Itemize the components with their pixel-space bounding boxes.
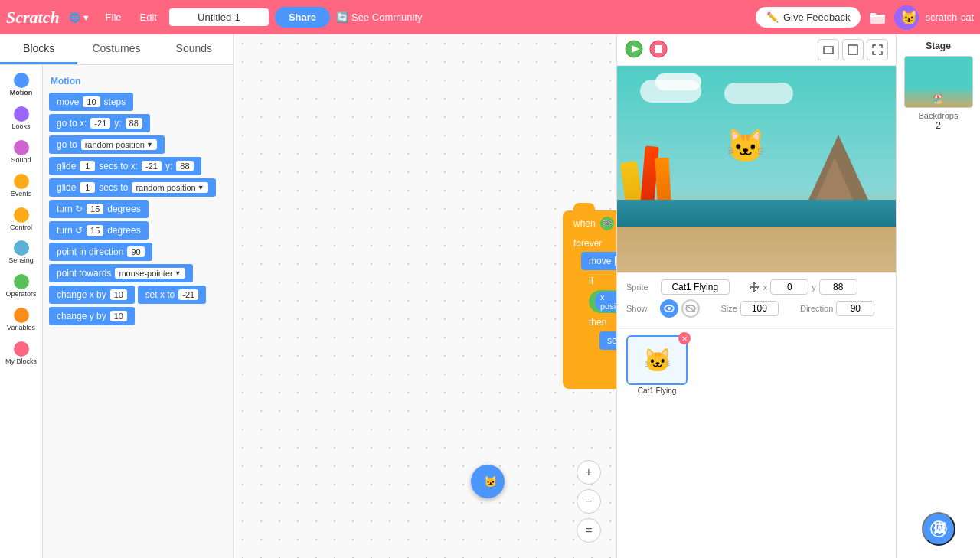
- tab-sounds[interactable]: Sounds: [155, 34, 233, 64]
- tab-costumes[interactable]: Costumes: [77, 34, 155, 64]
- xy-inputs: x y: [748, 279, 858, 295]
- variables-dot: [14, 308, 29, 323]
- see-community-button[interactable]: 🔄 See Community: [336, 11, 422, 23]
- myblocks-label: My Blocks: [5, 358, 37, 366]
- sprite-thumbnail[interactable]: 🐱: [626, 335, 688, 385]
- green-flag-button[interactable]: [625, 40, 643, 60]
- move-steps-input[interactable]: 4: [615, 256, 616, 266]
- svg-point-10: [668, 307, 671, 310]
- zoom-in-button[interactable]: +: [577, 460, 601, 485]
- code-stack[interactable]: when 🏁 clicked forever move 4 steps: [563, 210, 616, 389]
- block-change-y[interactable]: change y by 10: [49, 307, 135, 325]
- direction-input[interactable]: [836, 301, 874, 316]
- pencil-icon: ✏️: [766, 11, 779, 23]
- left-panel: Blocks Costumes Sounds Motion Looks Soun…: [0, 34, 234, 558]
- cat-sprite[interactable]: 🐱: [726, 127, 766, 165]
- main-layout: Blocks Costumes Sounds Motion Looks Soun…: [0, 34, 980, 558]
- show-visible-button[interactable]: [660, 299, 678, 318]
- sidebar-item-operators[interactable]: Operators: [0, 269, 42, 303]
- add-sprite-button[interactable]: 🐱: [471, 465, 505, 498]
- backdrop-icon: 🖼: [930, 520, 947, 537]
- block-turn-cw[interactable]: turn ↻ 15 degrees: [49, 200, 149, 218]
- tab-blocks[interactable]: Blocks: [0, 34, 77, 64]
- stage-area: 🐱 Sprite: [617, 34, 980, 558]
- direction-row: Direction: [800, 301, 874, 316]
- avatar[interactable]: 😺: [894, 5, 919, 30]
- stage-thumbnail[interactable]: 🏖️: [904, 56, 973, 108]
- cloud-3: [724, 83, 793, 104]
- project-title-input[interactable]: [169, 8, 269, 26]
- stop-button[interactable]: [649, 40, 668, 60]
- zoom-out-button[interactable]: −: [577, 489, 601, 514]
- sprite-thumb-cat1[interactable]: 🐱 ✕ Cat1 Flying: [626, 335, 688, 395]
- language-selector[interactable]: 🌐 ▼: [66, 12, 93, 23]
- block-glide-xy[interactable]: glide 1 secs to x: -21 y: 88: [49, 157, 201, 175]
- code-block-forever[interactable]: forever move 4 steps if: [563, 235, 616, 383]
- sprite-delete-button[interactable]: ✕: [678, 332, 691, 344]
- sprite-name-input[interactable]: [661, 279, 730, 295]
- nav-right-section: 😺 scratch-cat: [867, 5, 974, 30]
- sidebar-item-sound[interactable]: Sound: [0, 135, 42, 169]
- forever-body: move 4 steps if x position > 260: [581, 252, 616, 362]
- file-menu[interactable]: File: [100, 11, 128, 23]
- zoom-reset-button[interactable]: =: [577, 518, 601, 543]
- code-move-block[interactable]: move 4 steps: [581, 252, 616, 270]
- stage-canvas[interactable]: 🐱: [617, 66, 896, 272]
- normal-stage-button[interactable]: [842, 39, 864, 60]
- motion-section-title: Motion: [51, 76, 227, 86]
- code-block-hat[interactable]: when 🏁 clicked: [563, 210, 616, 235]
- code-set-x-block[interactable]: set x to -180: [599, 331, 616, 350]
- condition-oval[interactable]: x position > 260: [589, 290, 616, 313]
- size-label: Size: [721, 304, 737, 313]
- size-row: Size: [721, 301, 779, 316]
- sprite-list: 🐱 ✕ Cat1 Flying: [617, 328, 896, 401]
- block-point-towards[interactable]: point towards mouse-pointer ▼: [49, 264, 193, 282]
- flag-icon: 🏁: [600, 217, 614, 230]
- sprite-info-row-1: Sprite x y: [626, 279, 887, 295]
- block-move-steps[interactable]: move 10 steps: [49, 93, 133, 111]
- coding-area[interactable]: when 🏁 clicked forever move 4 steps: [234, 34, 616, 558]
- block-go-to-random[interactable]: go to random position ▼: [49, 135, 165, 154]
- block-turn-ccw[interactable]: turn ↺ 15 degrees: [49, 221, 149, 240]
- block-go-to-xy[interactable]: go to x: -21 y: 88: [49, 114, 150, 132]
- small-stage-button[interactable]: [818, 39, 839, 60]
- events-label: Events: [11, 191, 32, 198]
- block-glide-random[interactable]: glide 1 secs to random position ▼: [49, 178, 216, 197]
- events-dot: [14, 174, 29, 189]
- block-set-x[interactable]: set x to -21: [138, 286, 207, 304]
- folder-icon[interactable]: [867, 7, 888, 28]
- edit-menu[interactable]: Edit: [134, 11, 163, 23]
- username-label[interactable]: scratch-cat: [925, 11, 974, 23]
- sidebar-item-control[interactable]: Control: [0, 203, 42, 237]
- size-input[interactable]: [740, 301, 779, 316]
- code-if-block[interactable]: if x position > 260 then: [581, 272, 616, 359]
- sidebar-item-events[interactable]: Events: [0, 169, 42, 203]
- scratch-logo[interactable]: Scratch: [6, 8, 60, 28]
- sidebar-item-sensing[interactable]: Sensing: [0, 236, 42, 269]
- show-label: Show: [626, 304, 648, 313]
- share-button[interactable]: Share: [275, 7, 330, 28]
- sidebar-item-motion[interactable]: Motion: [0, 68, 42, 102]
- if-body: set x to -180: [599, 331, 616, 353]
- x-input[interactable]: [770, 279, 808, 295]
- variables-label: Variables: [7, 325, 35, 332]
- fullscreen-button[interactable]: [867, 39, 888, 60]
- sprite-name-label: Cat1 Flying: [626, 387, 688, 395]
- category-sidebar: Motion Looks Sound Events Control: [0, 65, 43, 558]
- sidebar-item-myblocks[interactable]: My Blocks: [0, 337, 42, 370]
- sprite-label: Sprite: [626, 282, 648, 292]
- sidebar-item-looks[interactable]: Looks: [0, 102, 42, 135]
- block-change-x[interactable]: change x by 10: [49, 286, 135, 304]
- add-backdrop-button[interactable]: 🖼: [922, 512, 956, 546]
- sidebar-item-variables[interactable]: Variables: [0, 303, 42, 337]
- y-label: y: [812, 282, 816, 292]
- stage-label: Stage: [926, 41, 951, 51]
- zoom-controls: + − =: [577, 460, 601, 543]
- give-feedback-button[interactable]: ✏️ Give Feedback: [756, 7, 861, 28]
- y-input[interactable]: [819, 279, 858, 295]
- motion-label: Motion: [10, 90, 33, 97]
- show-hidden-button[interactable]: [681, 299, 700, 318]
- sensing-label: Sensing: [8, 257, 34, 265]
- globe-icon: 🌐: [69, 12, 80, 23]
- block-point-direction[interactable]: point in direction 90: [49, 243, 152, 261]
